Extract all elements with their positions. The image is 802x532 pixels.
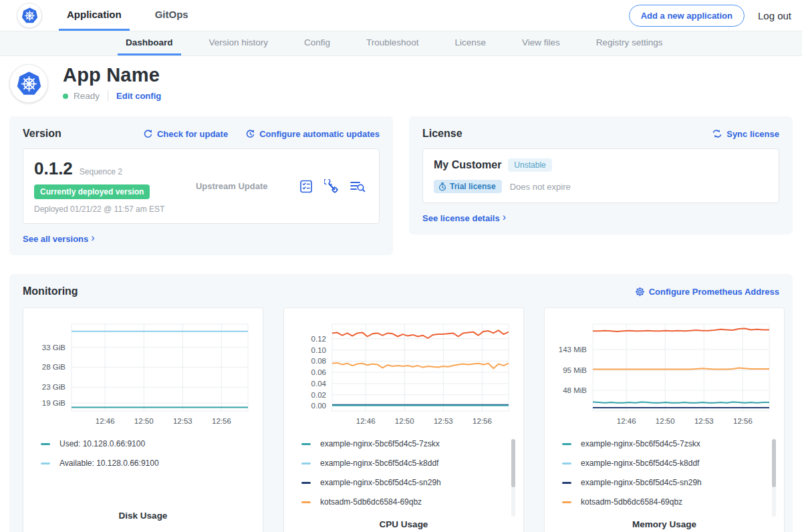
add-new-application-label: Add a new application [641, 11, 732, 21]
configure-automatic-updates-link[interactable]: Configure automatic updates [245, 129, 380, 139]
license-expiry: Does not expire [510, 182, 571, 192]
logout-link[interactable]: Log out [758, 10, 791, 21]
topnav-tabs: ApplicationGitOps [59, 0, 196, 31]
chevron-right-icon: › [91, 233, 94, 243]
legend-item-used-10-128-0-66-9100[interactable]: Used: 10.128.0.66:9100 [41, 439, 253, 448]
subnav-tab-version-history[interactable]: Version history [201, 31, 277, 55]
svg-text:0.00: 0.00 [311, 402, 326, 410]
legend-item-example-nginx-5bc6f5d4c5-7zskx[interactable]: example-nginx-5bc6f5d4c5-7zskx [562, 439, 775, 448]
subnav-tab-troubleshoot[interactable]: Troubleshoot [358, 31, 426, 55]
app-header: App Name Ready Edit config [0, 56, 802, 115]
sequence-label: Sequence 2 [80, 167, 122, 176]
see-license-details-link[interactable]: See license details › [422, 213, 506, 223]
svg-text:12:50: 12:50 [656, 417, 675, 425]
disk-usage-chart-card: 12:4612:5012:5312:5633 GiB28 GiB23 GiB19… [23, 307, 263, 532]
svg-text:0.08: 0.08 [311, 357, 326, 365]
legend-label: kotsadm-5db6dc6584-69qbz [320, 497, 422, 507]
monitoring-title: Monitoring [23, 285, 78, 297]
monitoring-section: Monitoring Configure Prometheus Address … [9, 274, 793, 532]
svg-text:12:50: 12:50 [395, 417, 414, 425]
preflight-checks-icon[interactable] [299, 179, 313, 194]
status-badge: Ready [74, 91, 100, 101]
disk-usage-legend: Used: 10.128.0.66:9100Available: 10.128.… [33, 439, 253, 508]
currently-deployed-badge: Currently deployed version [34, 184, 150, 199]
svg-text:0.06: 0.06 [311, 368, 326, 376]
svg-text:0.04: 0.04 [311, 380, 327, 388]
svg-text:33 GiB: 33 GiB [42, 344, 65, 352]
license-details-row: My Customer Unstable Trial license Does … [422, 148, 779, 203]
legend-label: example-nginx-5bc6f5d4c5-sn29h [581, 478, 702, 487]
legend-color-dash [41, 462, 50, 464]
legend-color-dash [301, 501, 311, 503]
cpu-usage-chart-card: 12:4612:5012:5312:560.120.100.080.060.04… [283, 307, 524, 532]
version-number: 0.1.2 [34, 158, 73, 179]
svg-text:0.10: 0.10 [311, 346, 326, 354]
edit-config-link[interactable]: Edit config [116, 91, 161, 101]
disk-usage-plot: 12:4612:5012:5312:5633 GiB28 GiB23 GiB19… [33, 317, 253, 430]
app-subnav: DashboardVersion historyConfigTroublesho… [0, 31, 802, 56]
legend-label: example-nginx-5bc6f5d4c5-k8ddf [581, 458, 699, 468]
configure-prometheus-link[interactable]: Configure Prometheus Address [635, 287, 779, 297]
deploy-logs-icon[interactable] [350, 179, 366, 194]
legend-color-dash [562, 443, 571, 445]
svg-text:19 GiB: 19 GiB [42, 399, 65, 407]
subnav-tab-config[interactable]: Config [296, 31, 338, 55]
legend-item-available-10-128-0-66-9100[interactable]: Available: 10.128.0.66:9100 [41, 458, 253, 468]
check-for-update-link[interactable]: Check for update [143, 129, 228, 139]
legend-color-dash [562, 482, 571, 484]
svg-text:12:56: 12:56 [212, 417, 231, 425]
legend-item-example-nginx-5bc6f5d4c5-sn29h[interactable]: example-nginx-5bc6f5d4c5-sn29h [301, 478, 514, 487]
svg-text:95 MiB: 95 MiB [563, 366, 587, 374]
see-all-versions-link[interactable]: See all versions › [23, 233, 95, 244]
svg-text:0.02: 0.02 [311, 391, 326, 399]
subnav-tab-registry-settings[interactable]: Registry settings [588, 31, 671, 55]
svg-text:12:46: 12:46 [96, 417, 115, 425]
legend-scrollbar-thumb[interactable] [772, 439, 776, 487]
legend-scrollbar-thumb[interactable] [511, 439, 515, 487]
svg-text:23 GiB: 23 GiB [42, 383, 65, 391]
divider [108, 91, 108, 101]
version-card: Version Check for update Configure au [9, 116, 393, 255]
clock-refresh-icon [245, 129, 255, 139]
deployed-timestamp: Deployed 01/21/22 @ 11:57 am EST [34, 205, 164, 214]
chart-title: Memory Usage [554, 519, 775, 529]
legend-scrollbar-track [772, 439, 776, 517]
add-new-application-button[interactable]: Add a new application [629, 5, 745, 27]
svg-text:12:53: 12:53 [434, 417, 453, 425]
license-card-title: License [422, 128, 462, 140]
legend-label: Available: 10.128.0.66:9100 [59, 458, 159, 468]
kubernetes-logo-icon[interactable] [17, 3, 42, 28]
subnav-tab-dashboard[interactable]: Dashboard [118, 31, 181, 55]
svg-text:12:46: 12:46 [356, 417, 376, 425]
customer-name: My Customer [434, 159, 501, 171]
status-ready-dot [63, 94, 68, 99]
sync-license-link[interactable]: Sync license [712, 129, 779, 139]
topnav-tab-application[interactable]: Application [59, 0, 130, 31]
svg-text:12:56: 12:56 [473, 417, 492, 425]
subnav-tab-view-files[interactable]: View files [514, 31, 568, 55]
legend-scrollbar-track [511, 439, 515, 517]
license-card: License Sync license My Customer Unstabl… [409, 116, 793, 235]
svg-text:143 MiB: 143 MiB [559, 346, 587, 354]
edit-config-values-icon[interactable] [324, 179, 339, 194]
page-title: App Name [63, 64, 161, 86]
legend-item-example-nginx-5bc6f5d4c5-7zskx[interactable]: example-nginx-5bc6f5d4c5-7zskx [301, 439, 514, 448]
subnav-tab-license[interactable]: License [446, 31, 494, 55]
legend-color-dash [562, 501, 571, 503]
legend-item-example-nginx-5bc6f5d4c5-k8ddf[interactable]: example-nginx-5bc6f5d4c5-k8ddf [301, 458, 514, 468]
legend-item-example-nginx-5bc6f5d4c5-k8ddf[interactable]: example-nginx-5bc6f5d4c5-k8ddf [562, 458, 775, 468]
legend-label: example-nginx-5bc6f5d4c5-7zskx [320, 439, 440, 448]
version-source-label: Upstream Update [164, 181, 299, 191]
svg-text:12:50: 12:50 [134, 417, 154, 425]
topnav-tab-gitops[interactable]: GitOps [147, 0, 196, 31]
legend-color-dash [41, 443, 50, 445]
legend-label: example-nginx-5bc6f5d4c5-sn29h [320, 478, 441, 487]
stopwatch-icon [438, 182, 446, 191]
svg-text:48 MiB: 48 MiB [563, 386, 587, 394]
svg-text:12:53: 12:53 [694, 417, 714, 425]
legend-color-dash [562, 462, 571, 464]
legend-item-kotsadm-5db6dc6584-69qbz[interactable]: kotsadm-5db6dc6584-69qbz [562, 497, 775, 507]
memory-usage-legend: example-nginx-5bc6f5d4c5-7zskxexample-ng… [554, 439, 775, 517]
legend-item-example-nginx-5bc6f5d4c5-sn29h[interactable]: example-nginx-5bc6f5d4c5-sn29h [562, 478, 775, 487]
legend-item-kotsadm-5db6dc6584-69qbz[interactable]: kotsadm-5db6dc6584-69qbz [301, 497, 514, 507]
